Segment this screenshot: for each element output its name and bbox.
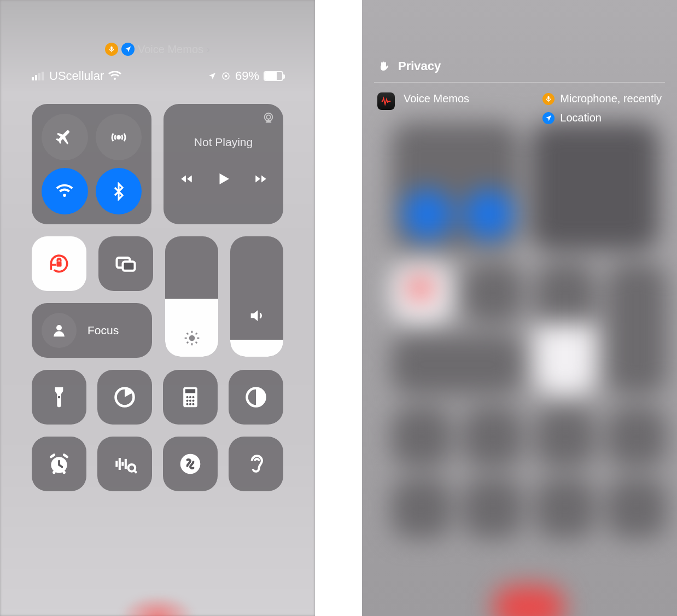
svg-point-34 xyxy=(186,403,188,405)
sound-recognition-button[interactable] xyxy=(97,437,152,491)
red-glow-decoration xyxy=(119,594,196,616)
media-tile[interactable]: Not Playing xyxy=(164,104,283,224)
timer-icon xyxy=(113,385,137,409)
svg-point-14 xyxy=(56,325,62,330)
svg-point-28 xyxy=(186,396,188,398)
svg-point-10 xyxy=(266,115,270,119)
wifi-icon xyxy=(55,182,74,201)
svg-point-36 xyxy=(192,403,194,405)
svg-rect-48 xyxy=(548,96,550,99)
screen-mirroring-button[interactable] xyxy=(98,236,153,291)
status-bar: UScellular 69% xyxy=(32,69,283,83)
orientation-lock-toggle[interactable] xyxy=(32,236,86,291)
svg-rect-4 xyxy=(38,73,40,80)
wifi-toggle[interactable] xyxy=(42,168,88,214)
play-icon xyxy=(215,171,232,187)
svg-point-8 xyxy=(117,136,120,138)
location-indicator-icon xyxy=(121,43,135,56)
screen-mirroring-icon xyxy=(114,252,138,276)
privacy-item-microphone: Microphone, recently xyxy=(542,92,662,105)
next-track-button[interactable] xyxy=(254,172,268,188)
svg-rect-3 xyxy=(35,75,37,80)
svg-point-32 xyxy=(189,399,191,402)
focus-button[interactable]: Focus xyxy=(32,303,152,358)
control-center-panel: Voice Memos › UScellular 69% xyxy=(0,0,315,616)
airplane-icon xyxy=(55,128,74,147)
previous-track-button[interactable] xyxy=(179,172,194,188)
privacy-title-label: Privacy xyxy=(398,59,441,73)
svg-point-31 xyxy=(186,399,188,402)
forward-icon xyxy=(254,172,268,186)
wifi-status-icon xyxy=(108,71,121,81)
indicator-app-label: Voice Memos xyxy=(138,43,203,56)
dark-mode-button[interactable] xyxy=(229,370,283,425)
svg-line-21 xyxy=(195,342,197,344)
airplay-icon[interactable] xyxy=(262,112,275,126)
flashlight-button[interactable] xyxy=(32,370,86,425)
battery-pct-label: 69% xyxy=(235,69,259,83)
shazam-button[interactable] xyxy=(163,437,218,491)
play-button[interactable] xyxy=(215,171,232,189)
svg-rect-13 xyxy=(123,261,135,271)
bluetooth-toggle[interactable] xyxy=(96,168,142,214)
dark-mode-icon xyxy=(244,385,268,409)
alarm-button[interactable] xyxy=(32,437,86,491)
svg-rect-2 xyxy=(32,77,34,80)
antenna-icon xyxy=(109,128,128,147)
privacy-app-row[interactable]: Voice Memos Microphone, recently Locatio… xyxy=(362,83,677,124)
svg-point-7 xyxy=(225,75,226,77)
rewind-icon xyxy=(179,172,194,186)
ear-icon xyxy=(244,452,268,476)
location-status-icon xyxy=(208,72,217,80)
privacy-detail-panel: Privacy Voice Memos Microphone, recently xyxy=(362,0,677,616)
svg-point-15 xyxy=(189,335,195,341)
svg-rect-27 xyxy=(185,389,195,393)
svg-point-24 xyxy=(58,396,60,398)
microphone-indicator-icon xyxy=(105,43,118,56)
svg-point-29 xyxy=(189,396,191,398)
volume-slider[interactable] xyxy=(230,236,283,357)
privacy-app-label: Voice Memos xyxy=(404,92,534,124)
connectivity-tile[interactable] xyxy=(32,104,151,224)
cellular-data-toggle[interactable] xyxy=(96,114,142,160)
flashlight-icon xyxy=(47,385,71,409)
svg-point-33 xyxy=(192,399,194,402)
svg-point-35 xyxy=(189,403,191,405)
chevron-right-icon: › xyxy=(207,44,210,55)
svg-rect-0 xyxy=(110,47,113,50)
calculator-icon xyxy=(178,385,202,409)
panel-divider xyxy=(315,0,362,616)
privacy-header: Privacy xyxy=(362,0,677,82)
orientation-status-icon xyxy=(221,71,231,81)
rotation-lock-icon xyxy=(47,252,71,276)
svg-line-46 xyxy=(135,471,137,473)
sound-recognition-icon xyxy=(113,452,137,476)
brightness-slider[interactable] xyxy=(165,236,218,357)
calculator-button[interactable] xyxy=(163,370,218,425)
shazam-icon xyxy=(178,452,202,476)
hearing-button[interactable] xyxy=(229,437,283,491)
person-icon xyxy=(51,322,67,339)
svg-rect-11 xyxy=(56,261,61,266)
focus-label: Focus xyxy=(87,324,119,337)
alarm-icon xyxy=(47,452,71,476)
svg-point-30 xyxy=(192,396,194,398)
carrier-label: UScellular xyxy=(49,69,104,83)
svg-line-22 xyxy=(186,342,188,344)
privacy-indicator-row[interactable]: Voice Memos › xyxy=(32,0,283,56)
svg-line-23 xyxy=(195,333,197,335)
battery-icon xyxy=(264,71,283,81)
svg-rect-5 xyxy=(42,72,44,80)
hand-raised-icon xyxy=(377,60,390,73)
timer-button[interactable] xyxy=(97,370,152,425)
airplane-mode-toggle[interactable] xyxy=(42,114,88,160)
location-arrow-icon xyxy=(542,112,555,124)
speaker-icon xyxy=(248,306,266,325)
sun-icon xyxy=(183,329,201,347)
media-title-label: Not Playing xyxy=(194,136,253,149)
svg-point-40 xyxy=(62,471,66,474)
bluetooth-icon xyxy=(109,182,128,201)
privacy-item-label: Microphone, recently xyxy=(560,92,662,105)
privacy-item-label: Location xyxy=(560,112,602,124)
svg-line-20 xyxy=(186,333,188,335)
